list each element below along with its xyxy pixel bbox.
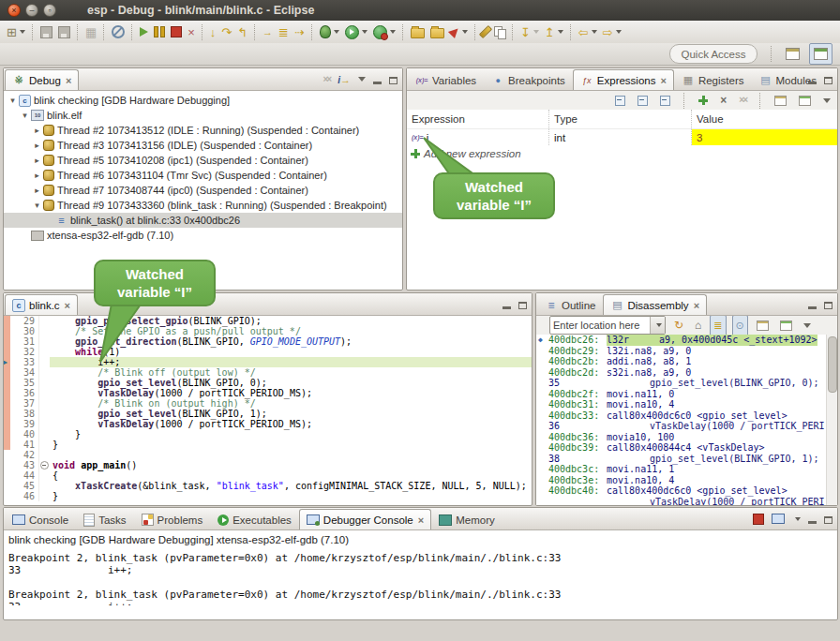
expander-icon[interactable]: ▸ — [32, 156, 42, 165]
minimize-view-button[interactable] — [808, 300, 817, 309]
close-icon[interactable]: × — [66, 75, 71, 86]
dropdown-arrow-icon[interactable] — [616, 30, 622, 34]
tab-tasks[interactable]: Tasks — [76, 509, 133, 529]
location-combo[interactable]: Enter location here — [549, 316, 666, 335]
minimize-view-button[interactable] — [502, 300, 511, 309]
dropdown-arrow-icon[interactable] — [390, 30, 396, 34]
save-all-button[interactable] — [55, 22, 73, 42]
expander-icon[interactable]: ▸ — [32, 126, 42, 135]
display-console-icon[interactable] — [772, 514, 785, 524]
fold-collapse-icon[interactable] — [40, 461, 49, 470]
new-wizard-button[interactable]: ⊞ — [4, 22, 28, 42]
quick-access-button[interactable]: Quick Access — [669, 44, 758, 64]
show-source-toggle[interactable]: ≣ — [710, 315, 726, 336]
instruction-stepping-button[interactable] — [260, 22, 276, 42]
tab-breakpoints[interactable]: Breakpoints — [484, 69, 573, 90]
pin-button[interactable] — [796, 91, 814, 111]
code-editor[interactable]: 29 gpio_pad_select_gpio(BLINK_GPIO);30 /… — [4, 316, 532, 506]
tab-problems[interactable]: Problems — [134, 509, 211, 529]
tab-variables[interactable]: Variables — [408, 69, 484, 90]
tab-executables[interactable]: Executables — [210, 509, 299, 529]
home-button[interactable]: ⌂ — [692, 316, 704, 335]
maximize-view-button[interactable] — [824, 300, 832, 309]
maximize-view-button[interactable] — [824, 75, 832, 84]
dropdown-arrow-icon[interactable] — [558, 30, 563, 34]
step-into-button[interactable]: ↓ — [207, 22, 219, 42]
tab-console[interactable]: Console — [5, 509, 76, 529]
move-to-line-button[interactable]: ⇢ — [292, 22, 308, 42]
compare-button[interactable] — [491, 22, 508, 42]
suspend-button[interactable] — [151, 22, 168, 42]
debug-tree-row[interactable]: ▾Thread #9 1073433360 (blink_task : Runn… — [4, 198, 402, 213]
dropdown-arrow-icon[interactable] — [20, 30, 25, 34]
track-expression-toggle[interactable]: ⊙ — [732, 315, 748, 336]
debug-tree-row[interactable]: blink_task() at blink.c:33 0x400dbc26 — [4, 213, 402, 228]
run-button[interactable] — [342, 22, 370, 42]
debug-button[interactable] — [317, 22, 342, 42]
column-header-value[interactable]: Value — [692, 110, 837, 128]
expander-icon[interactable]: ▸ — [32, 141, 42, 150]
skip-all-breakpoints-button[interactable] — [109, 22, 128, 42]
remove-expression-button[interactable]: × — [717, 91, 729, 111]
debug-tree-row[interactable]: ▸Thread #5 1073410208 (ipc1) (Suspended … — [4, 153, 402, 168]
new-view-button[interactable] — [754, 316, 772, 335]
maximize-view-button[interactable] — [518, 300, 527, 309]
minimize-view-button[interactable] — [808, 75, 817, 84]
new-folder-button[interactable] — [408, 22, 428, 42]
terminate-button[interactable] — [168, 22, 185, 42]
console-output[interactable]: blink checking [GDB Hardware Debugging] … — [4, 530, 837, 605]
view-menu-icon[interactable] — [358, 77, 366, 82]
debug-tree-row[interactable]: xtensa-esp32-elf-gdb (7.10) — [4, 228, 402, 243]
remove-all-expressions-button[interactable]: ×× — [736, 91, 749, 111]
debug-tree-row[interactable]: ▸Thread #7 1073408744 (ipc0) (Suspended … — [4, 183, 402, 198]
expander-icon[interactable]: ▸ — [32, 186, 42, 195]
remove-all-terminated-icon[interactable]: ×× — [323, 75, 331, 84]
stop-console-icon[interactable] — [753, 514, 764, 525]
add-expression-button[interactable] — [696, 91, 711, 111]
scrollbar-thumb[interactable] — [828, 336, 837, 393]
tab-memory[interactable]: Memory — [431, 509, 502, 529]
debug-tree-row[interactable]: ▸Thread #2 1073413512 (IDLE : Running) (… — [4, 123, 402, 138]
step-return-button[interactable]: ↰ — [234, 22, 250, 42]
close-icon[interactable]: × — [65, 300, 70, 311]
save-button[interactable] — [38, 22, 55, 42]
open-folder-button[interactable] — [428, 22, 447, 42]
maximize-view-button[interactable] — [824, 514, 832, 524]
back-button[interactable]: ⇦ — [576, 22, 600, 42]
close-icon[interactable]: × — [660, 75, 666, 86]
close-icon[interactable]: × — [418, 514, 424, 526]
refresh-button[interactable]: ↻ — [671, 316, 686, 335]
expander-icon[interactable]: ▾ — [8, 96, 18, 105]
window-minimize-button[interactable]: – — [25, 4, 38, 17]
debug-perspective-button[interactable] — [809, 43, 832, 65]
show-type-names-button[interactable] — [612, 91, 628, 111]
new-rendering-button[interactable] — [772, 91, 789, 111]
debug-tree-row[interactable]: ▾blink.elf — [4, 108, 402, 123]
tab-debugger-console[interactable]: Debugger Console× — [299, 509, 431, 529]
view-menu-button[interactable] — [820, 91, 833, 111]
view-menu-button[interactable] — [801, 316, 814, 335]
debug-tree-row[interactable]: ▸Thread #3 1073413156 (IDLE) (Suspended … — [4, 138, 402, 153]
column-header-type[interactable]: Type — [549, 110, 692, 128]
dropdown-arrow-icon[interactable] — [592, 30, 597, 34]
instruction-stepping-icon[interactable]: i — [338, 74, 351, 85]
pin-view-button[interactable] — [777, 316, 795, 335]
debug-tree-row[interactable]: ▾blink checking [GDB Hardware Debugging] — [4, 93, 402, 108]
tab-debug[interactable]: Debug× — [5, 69, 79, 90]
expander-icon[interactable]: ▸ — [32, 171, 42, 180]
collapse-all-button[interactable] — [657, 91, 673, 111]
last-edit-location-button[interactable]: ↧ — [518, 22, 542, 42]
expander-icon[interactable]: ▾ — [20, 111, 30, 120]
show-logical-structure-button[interactable] — [635, 91, 651, 111]
dropdown-arrow-icon[interactable] — [334, 30, 339, 34]
close-icon[interactable]: × — [694, 300, 699, 311]
tab-outline[interactable]: Outline — [537, 294, 603, 315]
profile-button[interactable] — [370, 22, 398, 42]
debug-tree-row[interactable]: ▸Thread #6 1073431104 (Tmr Svc) (Suspend… — [4, 168, 402, 183]
minimize-view-button[interactable] — [808, 514, 817, 524]
disassembly-scrollbar[interactable] — [826, 335, 837, 506]
expander-icon[interactable]: ▾ — [32, 201, 42, 210]
back-to-frame-button[interactable]: ↥ — [542, 22, 566, 42]
window-close-button[interactable]: × — [8, 4, 21, 17]
combo-dropdown-button[interactable] — [650, 317, 665, 334]
